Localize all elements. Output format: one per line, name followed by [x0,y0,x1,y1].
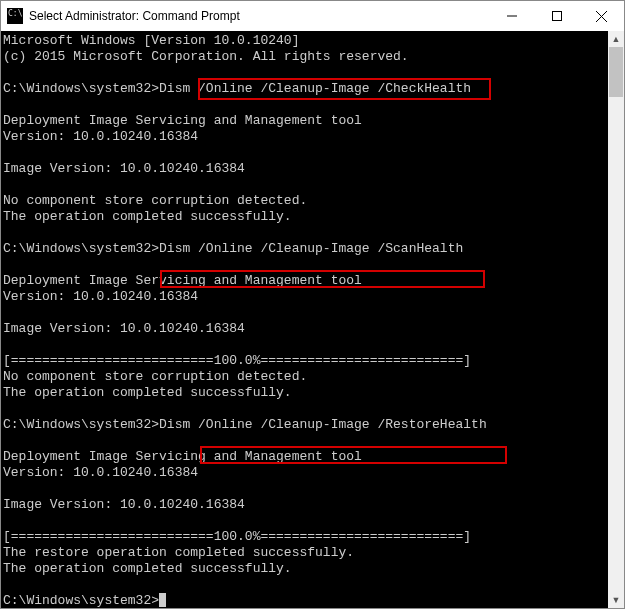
terminal-line: (c) 2015 Microsoft Corporation. All righ… [3,49,606,65]
terminal-line: Image Version: 10.0.10240.16384 [3,161,606,177]
terminal-line [3,97,606,113]
terminal[interactable]: Microsoft Windows [Version 10.0.10240](c… [1,31,608,608]
scroll-down-icon[interactable]: ▼ [608,592,624,608]
terminal-line: The operation completed successfully. [3,561,606,577]
terminal-line: Microsoft Windows [Version 10.0.10240] [3,33,606,49]
terminal-line [3,481,606,497]
terminal-line: C:\Windows\system32> [3,593,606,608]
terminal-line: No component store corruption detected. [3,369,606,385]
terminal-line: [==========================100.0%=======… [3,529,606,545]
scrollbar[interactable]: ▲ ▼ [608,31,624,608]
window: Select Administrator: Command Prompt Mic… [0,0,625,609]
terminal-line: No component store corruption detected. [3,193,606,209]
minimize-button[interactable] [489,1,534,31]
terminal-line [3,65,606,81]
terminal-line: Deployment Image Servicing and Managemen… [3,113,606,129]
terminal-line: Image Version: 10.0.10240.16384 [3,321,606,337]
terminal-line [3,577,606,593]
scroll-up-icon[interactable]: ▲ [608,31,624,47]
terminal-line: The operation completed successfully. [3,385,606,401]
titlebar[interactable]: Select Administrator: Command Prompt [1,1,624,31]
terminal-line: C:\Windows\system32>Dism /Online /Cleanu… [3,241,606,257]
terminal-line: C:\Windows\system32>Dism /Online /Cleanu… [3,417,606,433]
terminal-line [3,337,606,353]
terminal-line: Deployment Image Servicing and Managemen… [3,273,606,289]
cursor [159,593,166,607]
terminal-line [3,401,606,417]
terminal-line: Version: 10.0.10240.16384 [3,289,606,305]
terminal-line: The restore operation completed successf… [3,545,606,561]
terminal-line [3,305,606,321]
terminal-line [3,145,606,161]
terminal-line: The operation completed successfully. [3,209,606,225]
terminal-line [3,257,606,273]
terminal-line [3,513,606,529]
terminal-line: C:\Windows\system32>Dism /Online /Cleanu… [3,81,606,97]
terminal-line: Version: 10.0.10240.16384 [3,465,606,481]
cmd-icon [7,8,23,24]
maximize-button[interactable] [534,1,579,31]
terminal-area: Microsoft Windows [Version 10.0.10240](c… [1,31,624,608]
terminal-line: Version: 10.0.10240.16384 [3,129,606,145]
terminal-line: Image Version: 10.0.10240.16384 [3,497,606,513]
terminal-line: [==========================100.0%=======… [3,353,606,369]
terminal-line [3,177,606,193]
window-title: Select Administrator: Command Prompt [29,9,240,23]
terminal-line [3,433,606,449]
terminal-line [3,225,606,241]
terminal-line: Deployment Image Servicing and Managemen… [3,449,606,465]
scroll-thumb[interactable] [609,47,623,97]
window-controls [489,1,624,31]
svg-rect-1 [552,12,561,21]
close-button[interactable] [579,1,624,31]
